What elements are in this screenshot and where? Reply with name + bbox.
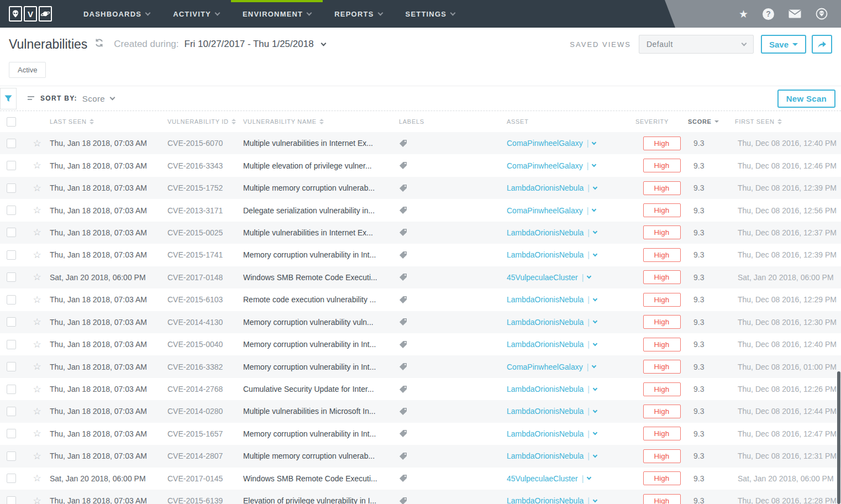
asset-chevron-down-icon[interactable] [593, 319, 597, 323]
row-checkbox[interactable] [7, 474, 16, 483]
nav-item-reports[interactable]: REPORTS [323, 0, 393, 28]
active-filter-chip[interactable]: Active [9, 62, 46, 78]
help-icon[interactable]: ? [763, 8, 774, 20]
vulnerability-name-link[interactable]: Multiple elevation of privilege vulner..… [243, 161, 399, 170]
star-icon[interactable]: ☆ [24, 294, 50, 306]
asset-link[interactable]: LambdaOrionisNebula [507, 250, 584, 259]
date-range-chevron-down-icon[interactable] [320, 40, 326, 46]
app-logo[interactable]: V [9, 6, 52, 22]
vulnerability-name-link[interactable]: Multiple vulnerabilities in Microsoft In… [243, 407, 399, 416]
sort-desc-icon[interactable] [714, 120, 719, 123]
asset-chevron-down-icon[interactable] [593, 408, 597, 413]
column-header-last_seen[interactable]: LAST SEEN [50, 118, 167, 125]
asset-link[interactable]: LambdaOrionisNebula [507, 429, 584, 438]
vulnerability-name-link[interactable]: Multiple memory corruption vulnerab... [243, 183, 399, 192]
asset-chevron-down-icon[interactable] [587, 475, 591, 480]
asset-link[interactable]: LambdaOrionisNebula [507, 183, 584, 192]
vulnerability-name-link[interactable]: Multiple vulnerabilities in Internet Ex.… [243, 228, 399, 237]
column-header-name[interactable]: VULNERABILITY NAME [243, 118, 399, 125]
row-checkbox[interactable] [7, 228, 16, 237]
star-icon[interactable]: ☆ [24, 473, 50, 484]
star-icon[interactable]: ☆ [24, 495, 50, 504]
asset-link[interactable]: LambdaOrionisNebula [507, 496, 584, 504]
vulnerability-name-link[interactable]: Memory corruption vulnerability vuln... [243, 318, 399, 327]
vulnerability-name-link[interactable]: Windows SMB Remote Code Executi... [243, 273, 399, 282]
date-range-value[interactable]: Fri 10/27/2017 - Thu 1/25/2018 [185, 39, 314, 50]
sort-arrows-icon[interactable] [90, 119, 94, 124]
asset-link[interactable]: LambdaOrionisNebula [507, 318, 584, 327]
account-alien-icon[interactable] [816, 8, 828, 20]
row-checkbox[interactable] [7, 272, 16, 282]
filter-button[interactable] [0, 88, 17, 109]
vulnerability-name-link[interactable]: Cumulative Security Update for Inter... [243, 385, 399, 393]
row-checkbox[interactable] [7, 407, 16, 416]
vulnerability-name-link[interactable]: Multiple vulnerabilities in Internet Ex.… [243, 139, 399, 148]
nav-item-dashboards[interactable]: DASHBOARDS [72, 0, 161, 28]
asset-chevron-down-icon[interactable] [587, 274, 591, 279]
row-checkbox[interactable] [7, 362, 16, 371]
asset-chevron-down-icon[interactable] [593, 453, 597, 458]
star-icon[interactable]: ☆ [24, 339, 50, 350]
row-checkbox[interactable] [7, 385, 16, 394]
sort-arrows-icon[interactable] [319, 119, 324, 124]
asset-chevron-down-icon[interactable] [592, 140, 596, 144]
asset-link[interactable]: LambdaOrionisNebula [507, 340, 584, 349]
asset-link[interactable]: LambdaOrionisNebula [507, 385, 584, 393]
row-checkbox[interactable] [7, 295, 16, 305]
asset-link[interactable]: 45VulpeculaeCluster [507, 273, 578, 282]
star-icon[interactable]: ☆ [24, 450, 50, 462]
row-checkbox[interactable] [7, 452, 16, 461]
star-icon[interactable]: ☆ [24, 428, 50, 439]
vulnerability-name-link[interactable]: Memory corruption vulnerability in Int..… [243, 250, 399, 259]
star-icon[interactable]: ☆ [24, 384, 50, 395]
asset-chevron-down-icon[interactable] [593, 297, 597, 301]
select-all-checkbox[interactable] [7, 117, 16, 127]
asset-link[interactable]: LambdaOrionisNebula [507, 452, 584, 460]
row-checkbox[interactable] [7, 496, 16, 504]
asset-chevron-down-icon[interactable] [592, 162, 596, 167]
row-checkbox[interactable] [7, 317, 16, 327]
sort-chevron-down-icon[interactable] [110, 95, 115, 100]
asset-chevron-down-icon[interactable] [593, 497, 597, 502]
asset-chevron-down-icon[interactable] [593, 341, 597, 345]
asset-chevron-down-icon[interactable] [592, 364, 596, 368]
asset-link[interactable]: ComaPinwheelGalaxy [507, 161, 583, 170]
favorites-star-icon[interactable]: ★ [739, 9, 748, 19]
sort-by-value[interactable]: Score [82, 94, 105, 103]
star-icon[interactable]: ☆ [24, 182, 50, 194]
star-icon[interactable]: ☆ [24, 361, 50, 372]
vulnerability-name-link[interactable]: Memory corruption vulnerability in Int..… [243, 363, 399, 371]
row-checkbox[interactable] [7, 206, 16, 215]
column-header-score[interactable]: SCORE [688, 118, 735, 125]
vulnerability-name-link[interactable]: Multiple memory corruption vulnerab... [243, 452, 399, 460]
column-header-vuln_id[interactable]: VULNERABILITY ID [167, 118, 243, 125]
star-icon[interactable]: ☆ [24, 406, 50, 417]
vulnerability-name-link[interactable]: Memory corruption vulnerability in Int..… [243, 429, 399, 438]
nav-item-settings[interactable]: SETTINGS [394, 0, 467, 28]
vulnerability-name-link[interactable]: Memory corruption vulnerability in Int..… [243, 340, 399, 349]
saved-views-select[interactable]: Default [639, 35, 754, 54]
row-checkbox[interactable] [7, 183, 16, 193]
nav-item-environment[interactable]: ENVIRONMENT [231, 0, 323, 28]
star-icon[interactable]: ☆ [24, 249, 50, 261]
vulnerability-name-link[interactable]: Windows SMB Remote Code Executi... [243, 474, 399, 483]
vertical-scrollbar[interactable] [837, 371, 840, 504]
star-icon[interactable]: ☆ [24, 316, 50, 328]
asset-link[interactable]: LambdaOrionisNebula [507, 407, 584, 416]
asset-chevron-down-icon[interactable] [592, 207, 596, 212]
star-icon[interactable]: ☆ [24, 160, 50, 171]
row-checkbox[interactable] [7, 139, 16, 148]
star-icon[interactable]: ☆ [24, 227, 50, 238]
asset-chevron-down-icon[interactable] [593, 185, 597, 189]
star-icon[interactable]: ☆ [24, 138, 50, 149]
asset-chevron-down-icon[interactable] [593, 386, 597, 390]
asset-link[interactable]: LambdaOrionisNebula [507, 228, 584, 237]
star-icon[interactable]: ☆ [24, 204, 50, 216]
asset-link[interactable]: ComaPinwheelGalaxy [507, 139, 583, 148]
vulnerability-name-link[interactable]: Delegate serialization vulnerability in.… [243, 206, 399, 215]
asset-chevron-down-icon[interactable] [593, 431, 597, 435]
row-checkbox[interactable] [7, 429, 16, 438]
row-checkbox[interactable] [7, 250, 16, 260]
sort-arrows-icon[interactable] [232, 119, 236, 124]
asset-link[interactable]: LambdaOrionisNebula [507, 295, 584, 304]
